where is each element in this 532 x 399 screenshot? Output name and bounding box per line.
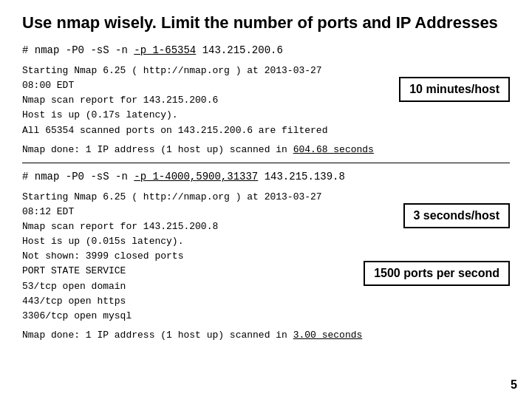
section2-output: Starting Nmap 6.25 ( http://nmap.org ) a… [22,190,347,324]
section2-line6: 53/tcp open domain [22,279,347,294]
section1-command-underline: -p 1-65354 [134,44,196,56]
section2-line2: Nmap scan report for 143.215.200.8 [22,219,347,234]
section2-command-underline: -p 1-4000,5900,31337 [134,171,258,183]
section2-line1: Starting Nmap 6.25 ( http://nmap.org ) a… [22,190,347,219]
section1-done: Nmap done: 1 IP address (1 host up) scan… [22,144,510,155]
section1-line2: Nmap scan report for 143.215.200.6 [22,93,347,108]
section2-line4: Not shown: 3999 closed ports [22,249,347,264]
section2-output-block: Starting Nmap 6.25 ( http://nmap.org ) a… [22,190,510,324]
section1-command-suffix: 143.215.200.6 [196,44,283,56]
section2-badge2: 1500 ports per second [364,261,510,286]
section2-done-underline: 3.00 seconds [293,330,363,341]
section1-line3: Host is up (0.17s latency). [22,108,347,123]
section1-line4: All 65354 scanned ports on 143.215.200.6… [22,123,347,138]
section2-badge1: 3 seconds/host [403,203,510,228]
section2-line7: 443/tcp open https [22,294,347,309]
slide-container: Use nmap wisely. Limit the number of por… [0,0,532,399]
section2-line5: PORT STATE SERVICE [22,264,347,279]
section1-command: # nmap -P0 -sS -n -p 1-65354 143.215.200… [22,44,510,56]
section2-command: # nmap -P0 -sS -n -p 1-4000,5900,31337 1… [22,171,510,183]
slide-title: Use nmap wisely. Limit the number of por… [22,13,510,33]
page-number: 5 [511,378,517,392]
section2-done-prefix: Nmap done: 1 IP address (1 host up) scan… [22,330,293,341]
section2-line3: Host is up (0.015s latency). [22,234,347,249]
section1-line1: Starting Nmap 6.25 ( http://nmap.org ) a… [22,64,347,93]
section1-output: Starting Nmap 6.25 ( http://nmap.org ) a… [22,64,347,138]
section-divider [22,163,510,163]
section1-done-prefix: Nmap done: 1 IP address (1 host up) scan… [22,144,293,155]
section1: # nmap -P0 -sS -n -p 1-65354 143.215.200… [22,44,510,155]
section1-done-underline: 604.68 seconds [293,144,374,155]
section2: # nmap -P0 -sS -n -p 1-4000,5900,31337 1… [22,171,510,341]
section2-done: Nmap done: 1 IP address (1 host up) scan… [22,330,510,341]
section1-output-block: Starting Nmap 6.25 ( http://nmap.org ) a… [22,64,510,138]
section2-command-prefix: # nmap -P0 -sS -n [22,171,134,183]
section1-badge: 10 minutes/host [399,77,510,102]
section1-command-prefix: # nmap -P0 -sS -n [22,44,134,56]
section2-command-suffix: 143.215.139.8 [258,171,345,183]
section2-line8: 3306/tcp open mysql [22,309,347,324]
